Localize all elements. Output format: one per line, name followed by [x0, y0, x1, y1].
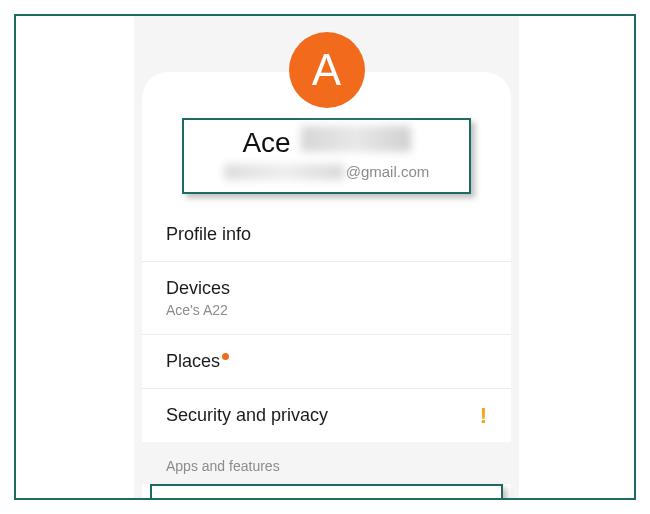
- notification-dot-icon: [222, 353, 229, 360]
- row-label: Places: [166, 351, 220, 371]
- alert-icon: !: [480, 403, 487, 429]
- avatar-initial: A: [312, 45, 341, 95]
- profile-name: Ace: [242, 127, 290, 159]
- profile-name-redacted: [301, 126, 411, 152]
- section-header-apps: Apps and features: [142, 442, 511, 484]
- profile-highlight-box[interactable]: Ace @gmail.com: [182, 118, 471, 194]
- profile-email-redacted: [224, 164, 344, 180]
- profile-email-row: @gmail.com: [184, 163, 469, 180]
- row-label: Devices: [166, 278, 487, 299]
- row-profile-info[interactable]: Profile info: [142, 208, 511, 261]
- row-label: Security and privacy: [166, 405, 487, 426]
- profile-email-suffix: @gmail.com: [346, 163, 430, 180]
- row-sublabel: Ace's A22: [166, 302, 487, 318]
- row-security-privacy[interactable]: Security and privacy !: [142, 388, 511, 442]
- account-card: Ace @gmail.com Profile info Devices Ace'…: [142, 72, 511, 500]
- samsung-cloud-item[interactable]: Samsung Cloud Sync · Back up · Restore: [150, 484, 503, 500]
- account-screen: Ace @gmail.com Profile info Devices Ace'…: [134, 16, 519, 500]
- cloud-icon: [168, 499, 206, 501]
- samsung-cloud-text: Samsung Cloud Sync · Back up · Restore: [222, 498, 376, 500]
- samsung-cloud-title: Samsung Cloud: [222, 498, 376, 500]
- screenshot-frame: Ace @gmail.com Profile info Devices Ace'…: [14, 14, 636, 500]
- row-places[interactable]: Places: [142, 334, 511, 388]
- profile-name-row: Ace: [184, 126, 469, 159]
- settings-list: Profile info Devices Ace's A22 Places Se…: [142, 208, 511, 442]
- row-label: Profile info: [166, 224, 487, 245]
- avatar[interactable]: A: [289, 32, 365, 108]
- row-devices[interactable]: Devices Ace's A22: [142, 261, 511, 334]
